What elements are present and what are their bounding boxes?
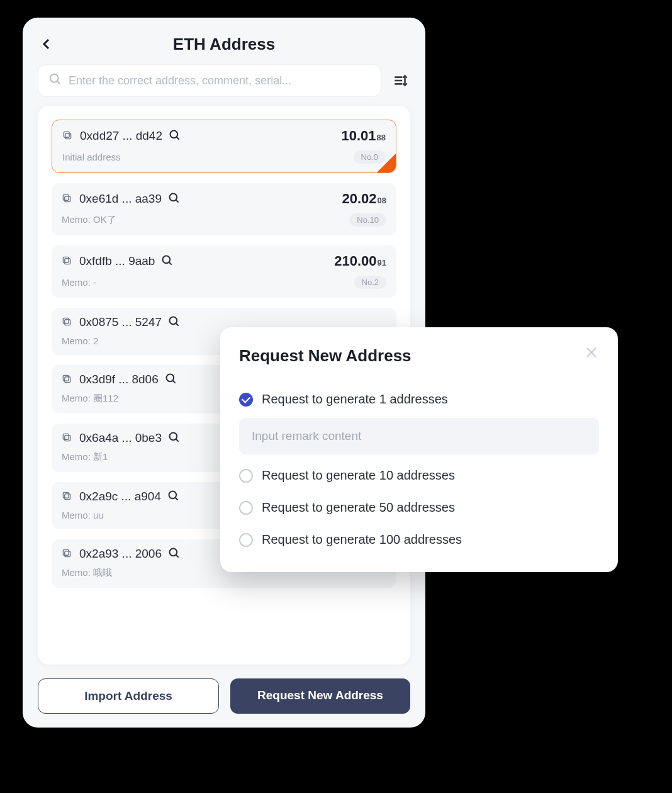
- balance-decimals: 91: [378, 258, 386, 267]
- address-row: 0xfdfb ... 9aab210.0091: [62, 253, 386, 269]
- svg-point-0: [50, 74, 59, 82]
- address-sub-row: Initial addressNo.0: [62, 150, 386, 164]
- svg-rect-29: [65, 494, 70, 500]
- search-row: [23, 64, 425, 106]
- remark-input[interactable]: [252, 429, 586, 443]
- back-button[interactable]: [38, 35, 55, 53]
- svg-rect-21: [65, 377, 70, 383]
- modal-header: Request New Address: [239, 346, 599, 366]
- svg-point-27: [170, 433, 177, 441]
- svg-rect-9: [65, 196, 70, 202]
- radio-unchecked-icon[interactable]: [239, 501, 253, 515]
- search-field[interactable]: [38, 64, 381, 97]
- radio-unchecked-icon[interactable]: [239, 469, 253, 483]
- lookup-icon[interactable]: [169, 129, 182, 143]
- svg-line-12: [176, 200, 179, 203]
- balance-value: 10.01: [341, 128, 376, 144]
- balance: 210.0091: [334, 253, 386, 269]
- lookup-icon[interactable]: [165, 373, 179, 386]
- index-badge: No.10: [349, 213, 386, 227]
- page-title: ETH Address: [23, 35, 425, 54]
- memo-text: Memo: OK了: [62, 214, 116, 226]
- lookup-icon[interactable]: [168, 315, 182, 329]
- copy-icon[interactable]: [62, 432, 73, 444]
- generate-option[interactable]: Request to generate 100 addresses: [239, 524, 599, 556]
- search-icon: [48, 72, 62, 89]
- address-card[interactable]: 0xdd27 ... dd4210.0188Initial addressNo.…: [52, 120, 396, 173]
- copy-icon[interactable]: [62, 317, 73, 328]
- request-address-modal: Request New Address Request to generate …: [220, 327, 618, 572]
- generate-option[interactable]: Request to generate 50 addresses: [239, 492, 599, 524]
- svg-rect-6: [64, 132, 69, 137]
- svg-point-31: [169, 492, 176, 499]
- svg-rect-30: [63, 492, 69, 498]
- memo-text: Memo: -: [62, 277, 96, 288]
- svg-line-20: [176, 323, 179, 326]
- address-text: 0xfdfb ... 9aab: [79, 254, 155, 268]
- modal-title: Request New Address: [239, 346, 412, 366]
- search-input[interactable]: [69, 74, 371, 87]
- memo-text: Memo: 2: [62, 335, 98, 346]
- address-card[interactable]: 0xe61d ... aa3920.0208Memo: OK了No.10: [52, 183, 396, 235]
- svg-point-19: [170, 317, 177, 325]
- lookup-icon[interactable]: [168, 192, 182, 206]
- generate-option[interactable]: Request to generate 10 addresses: [239, 459, 599, 492]
- radio-unchecked-icon[interactable]: [239, 533, 253, 547]
- option-label: Request to generate 1 addresses: [262, 392, 448, 407]
- copy-icon[interactable]: [62, 130, 74, 142]
- svg-line-28: [176, 439, 179, 442]
- request-new-address-button[interactable]: Request New Address: [230, 678, 410, 714]
- address-text: 0x2a9c ... a904: [79, 490, 161, 503]
- generate-option[interactable]: Request to generate 1 addresses: [239, 383, 599, 415]
- svg-point-23: [166, 374, 174, 382]
- bottom-bar: Import Address Request New Address: [23, 665, 425, 728]
- svg-line-36: [176, 555, 179, 558]
- svg-line-8: [177, 137, 179, 140]
- copy-icon[interactable]: [62, 491, 73, 502]
- radio-checked-icon[interactable]: [239, 393, 253, 407]
- index-badge: No.0: [354, 150, 386, 164]
- address-sub-row: Memo: -No.2: [62, 276, 386, 289]
- svg-line-1: [57, 81, 60, 84]
- svg-rect-13: [65, 259, 70, 264]
- modal-options: Request to generate 1 addressesRequest t…: [239, 383, 599, 556]
- lookup-icon[interactable]: [161, 254, 175, 268]
- lookup-icon[interactable]: [168, 547, 182, 561]
- copy-icon[interactable]: [62, 193, 73, 205]
- address-row: 0xdd27 ... dd4210.0188: [62, 128, 386, 144]
- svg-line-24: [172, 381, 175, 383]
- copy-icon[interactable]: [62, 374, 73, 385]
- remark-input-container: [239, 418, 599, 454]
- copy-icon[interactable]: [62, 256, 73, 267]
- address-card[interactable]: 0xfdfb ... 9aab210.0091Memo: -No.2: [52, 245, 396, 298]
- header: ETH Address: [23, 18, 425, 64]
- balance-decimals: 88: [377, 133, 386, 142]
- address-text: 0x0875 ... 5247: [79, 315, 162, 329]
- sort-button[interactable]: [391, 71, 410, 90]
- import-address-button[interactable]: Import Address: [38, 678, 219, 714]
- svg-rect-18: [63, 318, 69, 323]
- svg-line-32: [175, 498, 177, 500]
- svg-rect-5: [65, 133, 71, 139]
- svg-point-35: [170, 549, 177, 556]
- memo-text: Memo: 哦哦: [62, 567, 112, 579]
- svg-line-16: [169, 262, 172, 265]
- memo-text: Initial address: [62, 152, 121, 162]
- close-button[interactable]: [585, 346, 599, 360]
- balance: 20.0208: [342, 191, 386, 207]
- svg-rect-10: [63, 194, 69, 200]
- address-sub-row: Memo: OK了No.10: [62, 213, 386, 227]
- memo-text: Memo: uu: [62, 510, 104, 520]
- address-text: 0xdd27 ... dd42: [80, 129, 162, 143]
- svg-rect-22: [63, 375, 69, 381]
- index-badge: No.2: [354, 276, 386, 289]
- address-text: 0xe61d ... aa39: [79, 192, 162, 206]
- balance-decimals: 08: [378, 196, 386, 205]
- address-row: 0xe61d ... aa3920.0208: [62, 191, 386, 207]
- copy-icon[interactable]: [62, 548, 73, 560]
- svg-rect-34: [63, 549, 69, 555]
- memo-text: Memo: 新1: [62, 451, 108, 463]
- lookup-icon[interactable]: [167, 490, 181, 503]
- lookup-icon[interactable]: [168, 431, 182, 445]
- svg-rect-17: [65, 320, 70, 325]
